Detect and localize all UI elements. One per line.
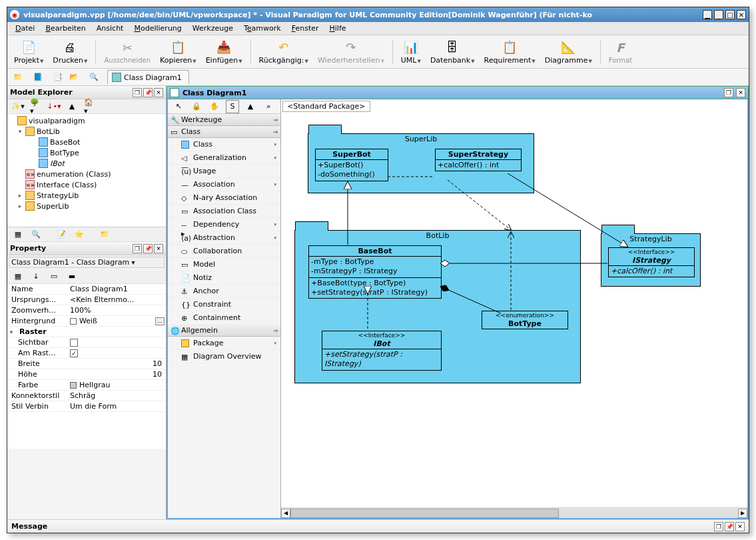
- property-close-icon[interactable]: ✕: [154, 244, 163, 253]
- st-copy-icon[interactable]: 📑: [51, 71, 65, 84]
- sichtbar-checkbox[interactable]: [70, 339, 78, 347]
- cls-superstrategy[interactable]: SuperStrategy +calcOffer() : int: [435, 149, 522, 171]
- prop-tb-2[interactable]: ↓: [29, 270, 43, 283]
- tb-association[interactable]: —Association▾: [168, 178, 280, 191]
- menu-ansicht[interactable]: Ansicht: [91, 23, 129, 34]
- pkg-superlib[interactable]: SuperLib SuperBot +SuperBot()-doSomethin…: [308, 133, 534, 193]
- tree-ibot[interactable]: IBot: [7, 158, 166, 169]
- tb-allgemein[interactable]: 🌐Allgemein⇥: [168, 325, 280, 337]
- tb-containment[interactable]: ⊕Containment: [168, 311, 280, 325]
- prop-ursprung[interactable]: Ursprungs...<Kein Elternmo...: [7, 295, 166, 305]
- tree-interface[interactable]: «»Interface (Class): [7, 179, 166, 190]
- tree-bottype[interactable]: BotType: [7, 147, 166, 158]
- view-icon-3[interactable]: 📝: [55, 228, 68, 241]
- menu-datei[interactable]: Datei: [10, 23, 40, 34]
- diagram-close-icon[interactable]: ✕: [736, 88, 745, 97]
- tool-diagramme[interactable]: 📐Diagramme▼: [541, 38, 596, 66]
- s-button[interactable]: S: [226, 100, 239, 113]
- tool-drucken[interactable]: 🖨Drucken▼: [49, 38, 91, 66]
- prop-sichtbar[interactable]: Sichtbar: [7, 337, 166, 348]
- tool-einfuegen[interactable]: 📥Einfügen▼: [202, 38, 246, 66]
- lock-icon[interactable]: 🔒: [190, 100, 203, 113]
- view-icon-4[interactable]: ⭐: [73, 228, 86, 241]
- prop-breite[interactable]: Breite10: [7, 359, 166, 369]
- hand-icon[interactable]: ✋: [208, 100, 221, 113]
- diagram-max-icon[interactable]: ❐: [724, 88, 733, 97]
- explorer-home-icon[interactable]: 🏠▾: [83, 100, 97, 113]
- cursor-icon[interactable]: ↖: [172, 100, 185, 113]
- menu-hilfe[interactable]: Hilfe: [324, 23, 352, 34]
- canvas-breadcrumb[interactable]: <Standard Package>: [282, 101, 370, 112]
- tb-anchor[interactable]: ⚓Anchor: [168, 285, 280, 298]
- explorer-sort-icon[interactable]: ↓•▾: [47, 100, 61, 113]
- menu-bearbeiten[interactable]: Bearbeiten: [40, 23, 91, 34]
- close-button[interactable]: ✕: [737, 10, 746, 19]
- prop-tb-4[interactable]: ▬: [65, 270, 79, 283]
- tool-datenbank[interactable]: 🗄Datenbank▼: [426, 38, 479, 66]
- prop-name[interactable]: NameClass Diagram1: [7, 284, 166, 295]
- iconify-button[interactable]: ▁: [703, 10, 712, 19]
- cls-ibot[interactable]: <<Interface>> IBot +setStrategy(stratP :…: [322, 331, 442, 371]
- tb-nary[interactable]: ◇N-ary Association: [168, 191, 280, 205]
- tool-kopieren[interactable]: 📋Kopieren▼: [156, 38, 200, 66]
- explorer-close-icon[interactable]: ✕: [154, 88, 163, 97]
- tb-overview[interactable]: ▦Diagram Overview: [168, 350, 280, 363]
- scroll-left-icon[interactable]: ◀: [281, 509, 290, 518]
- property-restore-icon[interactable]: ❐: [133, 244, 142, 253]
- prop-stil[interactable]: Stil VerbinUm die Form: [7, 401, 166, 412]
- tool-requirement[interactable]: 📋Requirement▼: [480, 38, 540, 66]
- explorer-pin-icon[interactable]: 📌: [143, 88, 153, 97]
- tree-root[interactable]: visualparadigm: [7, 115, 166, 126]
- tb-model[interactable]: ▭Model: [168, 258, 280, 271]
- tb-collaboration[interactable]: ⬭Collaboration: [168, 245, 280, 258]
- explorer-tree-icon[interactable]: 🌳▾: [29, 100, 43, 113]
- cls-istrategy[interactable]: <<Interface>> IStrategy +calcOffer() : i…: [608, 247, 695, 277]
- st-folder-icon[interactable]: 📂: [67, 71, 81, 84]
- tb-werkzeuge[interactable]: 🔧Werkzeuge⇥: [168, 114, 280, 126]
- scroll-right-icon[interactable]: ▶: [738, 509, 747, 518]
- h-scrollbar[interactable]: ◀ ▶: [281, 507, 747, 518]
- prop-raster[interactable]: ▾Raster: [7, 327, 166, 337]
- view-icon-2[interactable]: 🔍: [29, 228, 43, 241]
- tool-rueckgaengig[interactable]: ↶Rückgängig:▼: [255, 38, 312, 66]
- explorer-restore-icon[interactable]: ❐: [133, 88, 142, 97]
- prop-tb-3[interactable]: ▭: [47, 270, 61, 283]
- prop-tb-1[interactable]: ▦: [11, 270, 25, 283]
- msg-pin-icon[interactable]: 📌: [725, 522, 734, 531]
- tb-class-hdr[interactable]: ▭Class⇥: [168, 126, 280, 138]
- st-new-icon[interactable]: 📁: [11, 71, 25, 84]
- explorer-new-icon[interactable]: ✨▾: [11, 100, 25, 113]
- property-pin-icon[interactable]: 📌: [143, 244, 153, 253]
- msg-close-icon[interactable]: ✕: [735, 522, 745, 531]
- tb-package[interactable]: Package▾: [168, 337, 280, 350]
- menu-werkzeuge[interactable]: Werkzeuge: [187, 23, 238, 34]
- canvas[interactable]: SuperLib SuperBot +SuperBot()-doSomethin…: [281, 113, 747, 507]
- tree-basebot[interactable]: BaseBot: [7, 137, 166, 147]
- prop-zoom[interactable]: Zoomverh...100%: [7, 305, 166, 316]
- pkg-strategylib[interactable]: StrategyLib <<Interface>> IStrategy +cal…: [601, 233, 701, 287]
- cls-bottype[interactable]: <<enumeration>> BotType: [482, 311, 568, 329]
- prop-hoehe[interactable]: Höhe10: [7, 369, 166, 380]
- st-search-icon[interactable]: 🔍: [87, 71, 101, 84]
- prop-hintergrund[interactable]: HintergrundWeiß…: [7, 316, 166, 327]
- tb-assocclass[interactable]: ▭Association Class: [168, 205, 280, 218]
- tb-generalization[interactable]: ◁—Generalization▾: [168, 151, 280, 165]
- menu-modellierung[interactable]: Modellierung: [129, 23, 187, 34]
- amrast-checkbox[interactable]: ✓: [70, 349, 78, 357]
- property-selector[interactable]: Class Diagram1 - Class Diagram ▾: [9, 257, 165, 268]
- tree-superlib[interactable]: ▸SuperLib: [7, 201, 166, 211]
- menu-teamwork[interactable]: Teamwork: [238, 23, 286, 34]
- tb-notiz[interactable]: 📄Notiz: [168, 271, 280, 285]
- tree-botlib[interactable]: ▾BotLib: [7, 126, 166, 137]
- tb-constraint[interactable]: {}Constraint: [168, 298, 280, 311]
- cls-superbot[interactable]: SuperBot +SuperBot()-doSomething(): [315, 149, 388, 181]
- prop-amrast[interactable]: Am Rast...✓: [7, 348, 166, 359]
- cls-basebot[interactable]: BaseBot -mType : BotType-mStrategyP : IS…: [308, 245, 442, 299]
- tool-uml[interactable]: 📊UML▼: [397, 38, 425, 66]
- view-icon-1[interactable]: ▦: [11, 228, 25, 241]
- tree-enum[interactable]: «»enumeration (Class): [7, 169, 166, 179]
- tb-class[interactable]: Class▾: [168, 138, 280, 151]
- view-icon-5[interactable]: 📁: [98, 228, 111, 241]
- menu-fenster[interactable]: Fenster: [286, 23, 324, 34]
- tb-abstraction[interactable]: ⟨a⟩Abstraction▾: [168, 231, 280, 245]
